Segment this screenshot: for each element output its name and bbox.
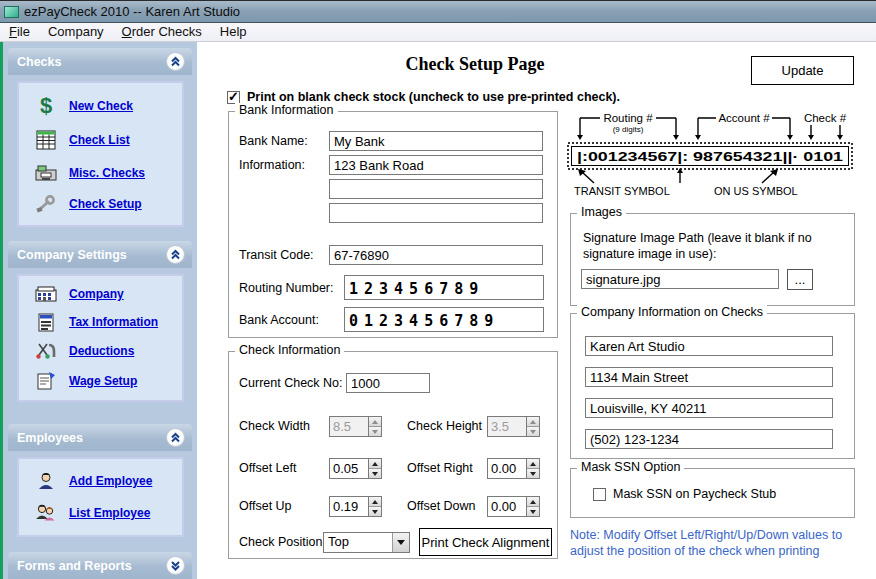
sidebar-item-list-employee[interactable]: List Employee (19, 503, 182, 523)
offset-right-spinner[interactable] (487, 458, 540, 479)
offset-down-label: Offset Down (407, 499, 476, 513)
current-check-no-input[interactable] (346, 373, 430, 393)
sidebar-section-employees-header[interactable]: Employees (8, 424, 192, 451)
sidebar-section-forms-reports-header[interactable]: Forms and Reports (8, 552, 192, 579)
check-height-spinner (487, 416, 540, 437)
offset-left-input[interactable] (329, 458, 368, 479)
sidebar-item-add-employee[interactable]: Add Employee (19, 471, 182, 491)
offset-down-spinner[interactable] (487, 496, 540, 517)
images-group-title: Images (577, 205, 626, 219)
bank-name-input[interactable] (329, 131, 543, 151)
app-icon (4, 6, 19, 18)
list-employee-people-icon (31, 503, 61, 523)
bank-information-input-3[interactable] (329, 203, 543, 223)
spin-down-button[interactable] (527, 469, 539, 478)
sidebar-item-new-check[interactable]: $ New Check (19, 94, 182, 118)
print-check-alignment-button[interactable]: Print Check Alignment (419, 528, 552, 556)
check-information-group-title: Check Information (235, 343, 344, 357)
new-check-link[interactable]: New Check (69, 99, 133, 113)
check-information-group: Check Information Current Check No: Chec… (228, 351, 558, 559)
offset-left-spinner[interactable] (329, 458, 382, 479)
update-button[interactable]: Update (751, 56, 854, 85)
list-employee-link[interactable]: List Employee (69, 506, 150, 520)
browse-signature-button[interactable]: ... (787, 269, 813, 290)
sidebar-panel-employees: Add Employee List Employee (17, 457, 184, 537)
print-blank-check-label: Print on blank check stock (uncheck to u… (247, 90, 620, 104)
svg-text:$: $ (40, 94, 52, 118)
sidebar-item-company[interactable]: Company (19, 285, 182, 303)
signature-path-input[interactable] (581, 269, 779, 289)
menu-order-checks[interactable]: Order Checks (113, 23, 211, 42)
wage-setup-note-icon (31, 370, 61, 391)
check-position-dropdown[interactable]: Top (323, 532, 410, 553)
company-phone-input[interactable] (585, 429, 833, 449)
mask-ssn-checkbox[interactable] (593, 488, 606, 501)
sidebar-item-check-list[interactable]: Check List (19, 129, 182, 151)
signature-path-label: Signature Image Path (leave it blank if … (583, 230, 838, 262)
check-list-link[interactable]: Check List (69, 133, 130, 147)
offset-right-input[interactable] (487, 458, 526, 479)
collapse-chevron-up-icon[interactable] (166, 245, 185, 264)
add-employee-link[interactable]: Add Employee (69, 474, 152, 488)
spin-up-button (369, 417, 381, 427)
routing-digits-label: (9 digits) (613, 125, 644, 134)
company-street-input[interactable] (585, 367, 833, 387)
check-setup-link[interactable]: Check Setup (69, 197, 142, 211)
check-setup-wrench-icon (31, 194, 61, 214)
sidebar-item-misc-checks[interactable]: Misc. Checks (19, 163, 182, 183)
tax-information-link[interactable]: Tax Information (69, 315, 158, 329)
micr-sample-diagram: Routing # (9 digits) Account # Check # |… (566, 109, 856, 201)
company-city-input[interactable] (585, 398, 833, 418)
menu-bar: File Company Order Checks Help (0, 23, 876, 42)
sidebar-item-deductions[interactable]: Deductions (19, 341, 182, 361)
check-position-label: Check Position (239, 535, 322, 549)
spin-down-button[interactable] (369, 469, 381, 478)
check-position-value: Top (324, 533, 392, 552)
spin-down-button[interactable] (527, 507, 539, 516)
deductions-tools-icon (31, 341, 61, 361)
sidebar-item-check-setup[interactable]: Check Setup (19, 194, 182, 214)
misc-checks-icon (31, 163, 61, 183)
tax-information-icon (31, 312, 61, 333)
spin-down-button (527, 427, 539, 436)
wage-setup-link[interactable]: Wage Setup (69, 374, 137, 388)
offset-up-input[interactable] (329, 496, 368, 517)
spin-down-button[interactable] (369, 507, 381, 516)
bank-account-input[interactable] (344, 307, 544, 332)
deductions-link[interactable]: Deductions (69, 344, 134, 358)
expand-chevron-down-icon[interactable] (166, 556, 185, 575)
sidebar-section-company-settings-header[interactable]: Company Settings (8, 241, 192, 268)
offset-up-spinner[interactable] (329, 496, 382, 517)
menu-help[interactable]: Help (211, 23, 256, 42)
offset-down-input[interactable] (487, 496, 526, 517)
spin-up-button[interactable] (369, 459, 381, 469)
offset-right-label: Offset Right (407, 461, 473, 475)
check-width-spinner (329, 416, 382, 437)
routing-label: Routing # (603, 112, 653, 124)
spin-up-button[interactable] (527, 497, 539, 507)
bank-information-input-1[interactable] (329, 155, 543, 175)
images-group: Images Signature Image Path (leave it bl… (570, 213, 855, 306)
transit-code-input[interactable] (329, 245, 543, 265)
company-name-input[interactable] (585, 336, 833, 356)
app-window: ezPayCheck 2010 -- Karen Art Studio File… (0, 0, 876, 579)
dropdown-arrow-button[interactable] (392, 533, 409, 552)
routing-number-input[interactable] (344, 275, 544, 300)
bank-information-input-2[interactable] (329, 179, 543, 199)
check-list-icon (31, 129, 61, 151)
spin-up-button[interactable] (527, 459, 539, 469)
sidebar-section-checks-header[interactable]: Checks (8, 48, 192, 75)
misc-checks-link[interactable]: Misc. Checks (69, 166, 145, 180)
menu-file[interactable]: File (0, 23, 39, 42)
menu-company[interactable]: Company (39, 23, 113, 42)
bank-information-group-title: Bank Information (235, 103, 338, 117)
collapse-chevron-up-icon[interactable] (166, 428, 185, 447)
collapse-chevron-up-icon[interactable] (166, 52, 185, 71)
transit-symbol-label: TRANSIT SYMBOL (574, 185, 670, 197)
print-blank-check-checkbox[interactable] (227, 91, 240, 104)
sidebar-item-wage-setup[interactable]: Wage Setup (19, 370, 182, 391)
spin-up-button[interactable] (369, 497, 381, 507)
information-label: Information: (239, 158, 305, 172)
sidebar-item-tax-information[interactable]: Tax Information (19, 312, 182, 333)
company-link[interactable]: Company (69, 287, 124, 301)
